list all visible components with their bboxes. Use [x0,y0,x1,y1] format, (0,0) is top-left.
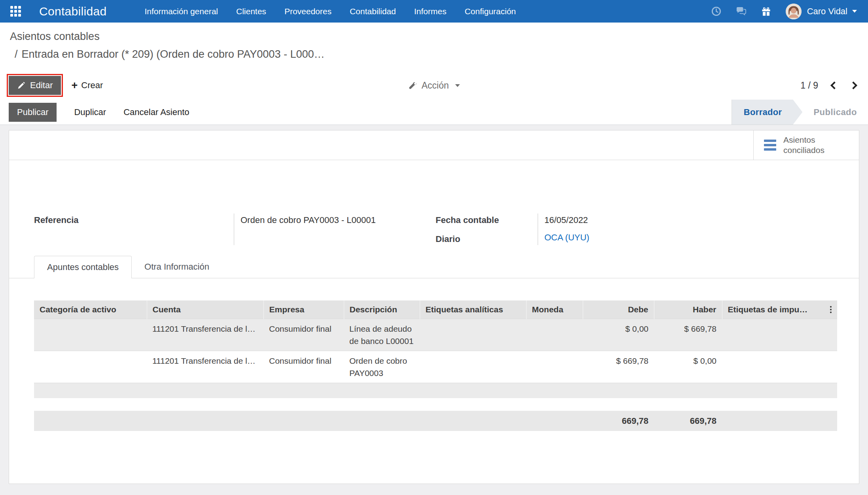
journal-label: Diario [436,232,538,244]
cell-asset-category [34,319,147,351]
cell-company: Consumidor final [263,351,344,383]
wrench-icon [408,81,417,90]
user-avatar[interactable] [786,4,802,19]
col-header-currency[interactable]: Moneda [526,300,583,319]
form-fields: Referencia Orden de cobro PAY0003 - L000… [34,213,859,245]
top-navbar: Contabilidad Información general Cliente… [0,0,868,23]
menu-item-contabilidad[interactable]: Contabilidad [350,7,396,16]
cell-debit: $ 0,00 [583,319,654,351]
col-header-account[interactable]: Cuenta [147,300,263,319]
pager: 1 / 9 [800,80,856,91]
top-menu: Información general Clientes Proveedores… [144,7,516,16]
user-name: Caro Vidal [807,6,847,17]
pager-next-icon[interactable] [849,81,857,89]
activities-clock-icon[interactable] [711,6,722,17]
table-totals-row: 669,78 669,78 [34,411,837,431]
table-spacer [34,398,837,411]
apps-grid-icon[interactable] [10,6,21,17]
state-borrador-label: Borrador [744,107,782,117]
menu-item-informes[interactable]: Informes [414,7,447,16]
col-header-credit[interactable]: Haber [654,300,722,319]
col-header-company[interactable]: Empresa [263,300,344,319]
col-header-tax-tags[interactable]: Etiquetas de impu… [722,300,837,319]
chevron-down-icon [852,10,857,13]
create-button-label: Crear [81,80,103,91]
reference-label: Referencia [34,213,234,245]
table-row[interactable]: 111201 Transferencia de l… Consumidor fi… [34,351,837,383]
cell-debit: $ 669,78 [583,351,654,383]
accounting-date-label: Fecha contable [436,213,538,225]
menu-item-configuracion[interactable]: Configuración [464,7,516,16]
cell-credit: $ 0,00 [654,351,722,383]
reconciled-entries-label: Asientos conciliados [783,135,835,155]
form-view: Asientos conciliados Referencia Orden de… [0,125,868,495]
breadcrumb-parent[interactable]: Asientos contables [10,30,868,43]
state-publicado-label: Publicado [813,107,857,117]
optional-columns-icon[interactable] [830,306,832,313]
list-bars-icon [764,140,776,151]
plus-icon: + [71,80,78,91]
col-header-analytic-tags[interactable]: Etiquetas analíticas [420,300,526,319]
table-row[interactable]: 111201 Transferencia de l… Consumidor fi… [34,319,837,351]
cell-account: 111201 Transferencia de l… [147,319,263,351]
cell-analytic-tags [420,351,526,383]
tab-otra-informacion[interactable]: Otra Información [132,256,222,278]
app-title[interactable]: Contabilidad [39,5,106,18]
edit-button-label: Editar [30,80,53,91]
pager-previous-icon[interactable] [830,81,838,89]
total-debit: 669,78 [583,411,654,431]
action-dropdown[interactable]: Acción [408,80,460,91]
total-credit: 669,78 [654,411,722,431]
form-sheet: Asientos conciliados Referencia Orden de… [9,130,859,484]
user-menu[interactable]: Caro Vidal [807,6,857,17]
chevron-down-icon [455,84,460,87]
table-header-row: Categoría de activo Cuenta Empresa Descr… [34,300,837,319]
col-header-asset-category[interactable]: Categoría de activo [34,300,147,319]
pager-value: 1 / 9 [800,80,818,91]
statusbar: Publicar Duplicar Cancelar Asiento Borra… [0,100,868,125]
gift-icon[interactable] [761,6,771,17]
breadcrumb: Asientos contables /Entrada en Borrador … [0,23,868,71]
reference-value[interactable]: Orden de cobro PAY0003 - L00001 [234,213,376,245]
edit-button[interactable]: Editar [9,76,61,95]
tab-apuntes-contables[interactable]: Apuntes contables [34,256,132,278]
cell-tax-tags [722,351,837,383]
pencil-icon [17,81,25,90]
duplicate-button[interactable]: Duplicar [74,107,106,117]
cell-analytic-tags [420,319,526,351]
cell-asset-category [34,351,147,383]
menu-item-informacion-general[interactable]: Información general [144,7,218,16]
control-panel: Editar + Crear Acción 1 / 9 [0,71,868,100]
cell-account: 111201 Transferencia de l… [147,351,263,383]
form-button-box: Asientos conciliados [9,130,859,160]
cell-description: Orden de cobro PAY0003 [344,351,420,383]
notebook-tabs: Apuntes contables Otra Información [9,256,859,278]
cell-tax-tags [722,319,837,351]
cell-credit: $ 669,78 [654,319,722,351]
cell-currency [526,319,583,351]
col-header-description[interactable]: Descripción [344,300,420,319]
col-header-debit[interactable]: Debe [583,300,654,319]
publish-button[interactable]: Publicar [9,103,57,122]
breadcrumb-current: /Entrada en Borrador (* 209) (Orden de c… [10,48,868,60]
accounting-date-value[interactable]: 16/05/2022 [544,215,589,225]
action-dropdown-label: Acción [421,80,449,91]
reconciled-entries-button[interactable]: Asientos conciliados [753,130,859,160]
cancel-entry-button[interactable]: Cancelar Asiento [123,107,189,117]
create-button[interactable]: + Crear [71,80,103,91]
menu-item-proveedores[interactable]: Proveedores [284,7,332,16]
cell-description: Línea de adeudo de banco L00001 [344,319,420,351]
breadcrumb-divider: / [15,48,18,60]
state-widget: Borrador Publicado [732,100,868,125]
state-publicado[interactable]: Publicado [805,100,868,125]
cell-company: Consumidor final [263,319,344,351]
journal-value-link[interactable]: OCA (UYU) [544,232,589,243]
journal-items-table: Categoría de activo Cuenta Empresa Descr… [34,300,836,431]
table-empty-row[interactable] [34,383,837,398]
state-borrador[interactable]: Borrador [732,100,803,125]
cell-currency [526,351,583,383]
publish-button-label: Publicar [17,107,48,117]
breadcrumb-current-label: Entrada en Borrador (* 209) (Orden de co… [22,48,325,60]
menu-item-clientes[interactable]: Clientes [236,7,266,16]
messages-chat-icon[interactable] [736,6,747,17]
